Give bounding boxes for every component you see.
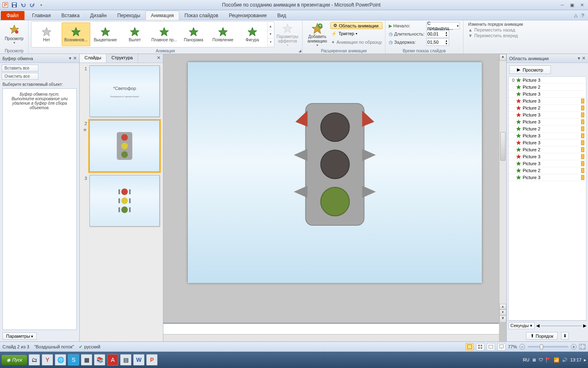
tray-icon[interactable]: 🛡 (539, 357, 543, 362)
add-animation-button[interactable]: + Добавить анимацию ▾ (305, 21, 330, 47)
gallery-floatin[interactable]: Плавное пр... (150, 22, 178, 46)
clear-all-button[interactable]: Очистить все (2, 73, 38, 80)
tray-icon[interactable]: 🖥 (532, 357, 536, 362)
pane-close-icon[interactable]: ✕ (582, 56, 586, 61)
slide-panel-close-icon[interactable]: ✕ (154, 54, 163, 63)
outline-tab[interactable]: Структура (107, 54, 138, 63)
tray-volume-icon[interactable]: 🔊 (562, 357, 568, 363)
zoom-in-icon[interactable]: + (571, 344, 577, 350)
task-winrar-icon[interactable]: 📚 (94, 354, 105, 366)
move-back-button[interactable]: ▲Переместить назад (468, 27, 523, 32)
tab-view[interactable]: Вид (272, 11, 292, 20)
minimize-ribbon-icon[interactable]: △ (574, 13, 577, 18)
move-forward-button[interactable]: ▼Переместить вперед (468, 33, 523, 38)
duration-spinner[interactable]: 00,01▲▼ (426, 30, 449, 38)
animation-painter-button[interactable]: ✦Анимация по образцу (330, 38, 383, 46)
animation-item[interactable]: Picture 3 (509, 153, 586, 160)
slide-thumbnail-1[interactable]: *Светофор Анимация в презентации (89, 65, 160, 117)
zoom-slider[interactable] (528, 346, 568, 348)
save-icon[interactable] (11, 1, 18, 9)
task-powerpoint-icon[interactable]: P (146, 354, 158, 366)
animation-item[interactable]: Picture 3 (509, 174, 586, 181)
tray-icon[interactable]: ▸ (584, 357, 586, 363)
seconds-combo[interactable]: Секунды ▾ (508, 322, 535, 329)
clipboard-options-button[interactable]: Параметры ▾ (2, 332, 37, 340)
app-icon[interactable]: P (2, 1, 9, 9)
help-icon[interactable]: ? (580, 13, 586, 18)
tab-review[interactable]: Рецензирование (223, 11, 272, 20)
gallery-none[interactable]: Нет (32, 22, 61, 46)
tab-home[interactable]: Главная (27, 11, 56, 20)
redo-icon[interactable] (29, 1, 36, 9)
scroll-up-icon[interactable]: ▲ (499, 54, 506, 61)
pane-dropdown-icon[interactable]: ▾ (69, 56, 71, 61)
normal-view-icon[interactable] (466, 343, 474, 350)
zoom-knob[interactable] (540, 344, 543, 349)
task-acrobat-icon[interactable]: A (107, 354, 118, 366)
tray-icon[interactable]: 📶 (554, 357, 559, 363)
animation-item[interactable]: Picture 3 (509, 98, 586, 105)
timeline-right-icon[interactable]: ▶ (583, 323, 586, 328)
animation-item[interactable]: Picture 2 (509, 105, 586, 112)
tab-slideshow[interactable]: Показ слайдов (179, 11, 224, 20)
canvas-vscroll[interactable]: ▲ ▴ ▾ ▼ (499, 54, 506, 323)
animation-item[interactable]: Picture 3 (509, 139, 586, 146)
undo-icon[interactable] (20, 1, 27, 9)
paste-all-button[interactable]: Вставить все (2, 65, 38, 72)
restore-icon[interactable]: ▣ (568, 2, 577, 8)
tab-transitions[interactable]: Переходы (112, 11, 145, 20)
tray-lang[interactable]: RU (523, 357, 530, 362)
task-yandex-icon[interactable]: Y (42, 354, 53, 366)
animation-item[interactable]: Picture 2 (509, 146, 586, 153)
task-app2-icon[interactable]: ▤ (120, 354, 131, 366)
animation-item[interactable]: Picture 3 (509, 112, 586, 119)
file-tab[interactable]: Файл (1, 11, 24, 20)
notes-pane[interactable] (163, 323, 499, 334)
reorder-down-button[interactable]: ⬇ (561, 332, 569, 340)
task-app-icon[interactable]: ▦ (81, 354, 92, 366)
animation-item[interactable]: Picture 3 (509, 119, 586, 126)
slides-tab[interactable]: Слайды (80, 54, 107, 63)
pane-close-icon[interactable]: ✕ (73, 56, 77, 61)
gallery-appear[interactable]: Возникнов... (62, 22, 90, 46)
animation-item[interactable]: 0 Picture 3 (509, 77, 586, 84)
trigger-button[interactable]: ⚡Триггер ▾ (330, 29, 383, 38)
canvas-hscroll[interactable] (163, 334, 499, 341)
close-icon[interactable]: ✕ (577, 2, 586, 8)
effect-options-button[interactable]: Параметры эффектов ▾ (275, 21, 300, 47)
zoom-out-icon[interactable]: − (519, 344, 525, 350)
scroll-thumb[interactable] (500, 132, 506, 161)
start-button[interactable]: ◉Пуск (2, 355, 27, 365)
animation-item[interactable]: Picture 2 (509, 126, 586, 132)
slide-thumbnail-2[interactable] (89, 120, 160, 172)
scroll-down-icon[interactable]: ▼ (499, 316, 506, 323)
tab-animation[interactable]: Анимация (145, 11, 179, 20)
reading-view-icon[interactable] (487, 343, 495, 350)
animation-item[interactable]: Picture 2 (509, 84, 586, 91)
timeline-left-icon[interactable]: ◀ (536, 323, 539, 328)
sorter-view-icon[interactable] (476, 343, 484, 350)
gallery-fade[interactable]: Выцветание (91, 22, 120, 46)
qat-dropdown-icon[interactable]: ▾ (38, 1, 45, 9)
animation-pane-button[interactable]: ⚙Область анимации (330, 22, 383, 29)
task-word-icon[interactable]: W (133, 354, 145, 366)
reorder-up-button[interactable]: ⬆Порядок (526, 332, 558, 340)
preview-button[interactable]: Просмотр ▾ (2, 21, 26, 47)
gallery-flyin[interactable]: Вылет (120, 22, 149, 46)
task-chrome-icon[interactable]: 🌐 (55, 354, 66, 366)
canvas-scroll[interactable] (163, 54, 506, 323)
animation-item[interactable]: Picture 3 (509, 132, 586, 139)
slideshow-view-icon[interactable] (497, 343, 506, 350)
animation-item[interactable]: Picture 2 (509, 167, 586, 174)
prev-slide-icon[interactable]: ▴ (499, 304, 506, 310)
tab-design[interactable]: Дизайн (85, 11, 112, 20)
animation-launcher-icon[interactable]: ◢ (298, 49, 301, 53)
next-slide-icon[interactable]: ▾ (499, 310, 506, 315)
language-status[interactable]: ✔русский (79, 344, 100, 350)
task-skype-icon[interactable]: S (68, 354, 79, 366)
slide-canvas[interactable] (188, 62, 482, 283)
animation-item[interactable]: Picture 3 (509, 91, 586, 98)
start-combo[interactable]: С предыдущ...▾ (426, 22, 460, 29)
task-explorer-icon[interactable]: 🗂 (29, 354, 40, 366)
zoom-value[interactable]: 77% (508, 344, 517, 349)
